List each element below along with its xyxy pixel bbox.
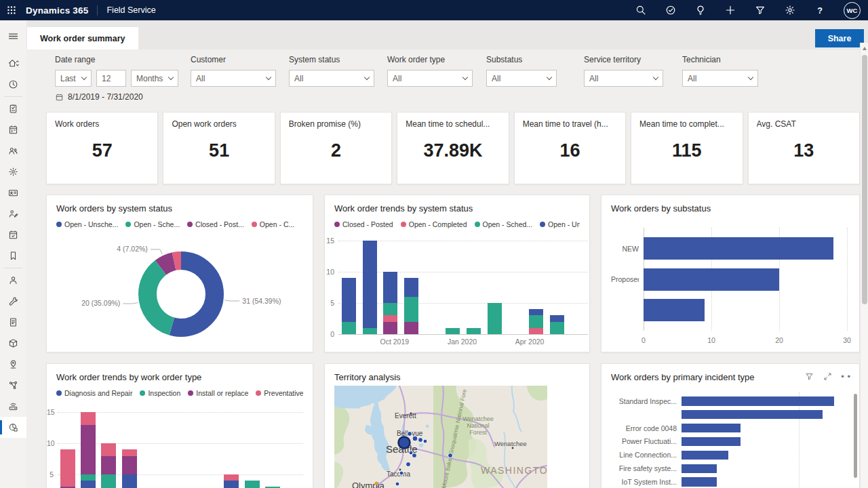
bar-segment-inspection[interactable] [81,474,96,481]
map-marker-seattle-cluster[interactable] [399,437,410,449]
filter-icon[interactable] [804,371,814,382]
bar-segment-open-sched-[interactable] [404,297,418,322]
date-unit-select[interactable]: Months (C... [131,70,178,87]
avatar[interactable]: WC [844,2,861,19]
sidebar-item-resources[interactable] [0,140,26,161]
sidebar-item-location[interactable] [0,354,26,375]
bar[interactable] [644,237,833,260]
legend-item[interactable]: Install or replace [188,389,248,397]
bar-segment-inspection[interactable] [101,474,116,488]
ideas-icon[interactable] [694,4,707,16]
kpi-card[interactable]: Open work orders51 [163,112,275,184]
sidebar-item-recent[interactable] [0,74,26,95]
bar-segment-install-or-replace[interactable] [122,456,137,475]
help-icon[interactable]: ? [814,4,826,16]
legend-item[interactable]: Closed - Post... [187,220,244,228]
bar-segment-preventative-mai-[interactable] [101,443,116,455]
bar-segment-preventative-mai-[interactable] [224,474,239,481]
stacked-column-chart[interactable]: 051015 [47,406,313,488]
scroll-up-arrow-icon[interactable] [863,47,867,50]
brand-title[interactable]: Dynamics 365 [26,5,88,16]
kpi-card[interactable]: Mean time to schedul...37.89K [397,112,509,184]
bar-segment-install-or-replace[interactable] [81,425,96,475]
filter-select[interactable]: All [486,70,557,87]
bar-segment-preventative-mai-[interactable] [60,449,75,487]
bar[interactable] [682,410,823,420]
sidebar-item-iot[interactable] [0,396,26,417]
tab-work-order-summary[interactable]: Work order summary [27,27,138,49]
bar-segment-open-unsc-[interactable] [550,315,564,321]
sidebar-item-invoice[interactable] [0,312,26,333]
bar-segment-open-sched-[interactable] [363,328,377,334]
bar-segment-open-unsc-[interactable] [363,241,377,328]
tasks-icon[interactable] [665,4,677,16]
bar[interactable] [644,268,779,291]
bar-segment-inspection[interactable] [245,481,260,488]
date-count-input[interactable] [96,70,126,87]
bar-segment-open-unsc-[interactable] [383,272,397,303]
map-marker-orange[interactable] [375,482,378,485]
bar-segment-preventative-mai-[interactable] [122,449,137,455]
bar[interactable] [682,451,728,460]
sidebar-item-product[interactable] [0,333,26,354]
page-scrollbar-thumb[interactable] [862,55,867,304]
filter-select[interactable]: All [584,70,663,87]
sidebar-item-service[interactable] [0,161,26,182]
donut-chart[interactable]: 31 (54.39%)20 (35.09%)4 (7.02%) [47,233,313,352]
bar-segment-open-sched-[interactable] [550,322,564,334]
bar-segment-open-unsc-[interactable] [342,278,356,321]
legend-item[interactable]: Open - Completed [401,220,467,228]
filter-select[interactable]: All [191,70,276,87]
bar-segment-open-sched-[interactable] [529,315,543,327]
horizontal-bar-chart[interactable]: 0102030NEWProposed [611,228,851,350]
bar-segment-open-completed[interactable] [383,315,397,321]
bar-segment-diagnosis-and-repair[interactable] [81,481,96,488]
sidebar-item-agent[interactable] [0,203,26,224]
settings-icon[interactable] [784,4,796,16]
legend-item[interactable]: Open - Unsc... [540,220,580,228]
bar-segment-open-sched-[interactable] [342,322,356,334]
kpi-card[interactable]: Broken promise (%)2 [280,112,392,184]
bar-segment-preventative-mai-[interactable] [81,412,96,424]
stacked-column-chart[interactable]: 051015Oct 2019Jan 2020Apr 2020 [325,235,590,334]
sidebar-item-connections[interactable] [0,375,26,396]
legend-item[interactable]: Open - C... [252,220,294,228]
legend-item[interactable]: Preventative Mai... [256,389,303,397]
legend-item[interactable]: Open - Unsche... [56,220,118,228]
filter-icon[interactable] [754,4,766,16]
legend-item[interactable]: Open - Sche... [125,220,180,228]
share-button[interactable]: Share [815,29,864,47]
filter-select[interactable]: All [289,70,374,87]
sidebar-item-home[interactable] [0,53,26,74]
app-name[interactable]: Field Service [106,5,155,15]
bar-segment-closed-posted[interactable] [404,322,418,334]
sidebar-item-schedule[interactable] [0,224,26,245]
bar-segment-install-or-replace[interactable] [101,456,116,475]
more-options-icon[interactable]: • • [841,374,851,380]
kpi-card[interactable]: Mean time to travel (h...16 [514,112,626,184]
bar[interactable] [682,464,717,474]
bar-segment-open-sched-[interactable] [446,328,460,334]
add-icon[interactable] [724,4,736,16]
sidebar-item-tasks[interactable] [0,98,26,119]
sidebar-item-contact[interactable] [0,270,26,291]
hamburger-menu-icon[interactable] [0,24,26,47]
kpi-card[interactable]: Mean time to complet...115 [631,112,743,184]
bar-segment-open-unsc-[interactable] [529,309,543,315]
bar-segment-open-unsc-[interactable] [404,278,418,297]
card-scrollbar-thumb[interactable] [854,394,857,478]
bar-segment-open-sched-[interactable] [383,303,397,315]
legend-item[interactable]: Closed - Posted [334,220,393,228]
bar[interactable] [682,437,741,447]
legend-item[interactable]: Open - Sched... [475,220,533,228]
date-operator-select[interactable]: Last [55,70,92,87]
bar-segment-open-sched-[interactable] [488,303,502,334]
bar-segment-open-completed[interactable] [529,328,543,334]
bar-segment-open-sched-[interactable] [467,328,481,334]
sidebar-item-dashboard[interactable] [0,417,26,438]
sidebar-item-calendar[interactable] [0,119,26,140]
horizontal-bar-chart[interactable]: Standard Inspec...Error code 0048Power F… [611,392,852,488]
app-launcher-icon[interactable] [0,0,23,20]
territory-map[interactable]: Everett Bellevue Seattle Tacoma Olympia … [334,386,547,488]
filter-select[interactable]: All [682,70,758,87]
